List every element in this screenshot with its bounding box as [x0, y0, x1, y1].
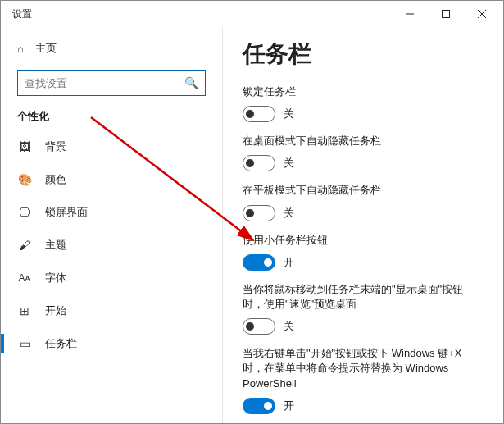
setting-label: 在平板模式下自动隐藏任务栏 — [243, 183, 484, 198]
start-icon: ⊞ — [17, 304, 32, 317]
sidebar-item-background[interactable]: 🖼 背景 — [1, 130, 222, 163]
toggle-state: 开 — [284, 255, 294, 270]
search-icon: 🔍 — [184, 76, 198, 89]
theme-icon: 🖌 — [17, 239, 32, 252]
setting-small-taskbar-buttons: 使用小任务栏按钮 开 — [243, 233, 484, 271]
toggle-lock-taskbar[interactable] — [243, 106, 275, 122]
minimize-button[interactable] — [392, 2, 428, 25]
setting-label: 当我右键单击"开始"按钮或按下 Windows 键+X 时，在菜单中将命令提示符… — [243, 346, 484, 391]
picture-icon: 🖼 — [17, 140, 32, 153]
search-input[interactable] — [25, 77, 184, 89]
toggle-state: 关 — [284, 156, 294, 171]
setting-label: 锁定任务栏 — [243, 84, 484, 99]
setting-label: 使用小任务栏按钮 — [243, 233, 484, 248]
section-label: 个性化 — [1, 106, 222, 130]
sidebar-item-label: 开始 — [45, 303, 66, 318]
setting-lock-taskbar: 锁定任务栏 关 — [243, 84, 484, 122]
home-nav[interactable]: ⌂ 主页 — [1, 34, 222, 63]
toggle-autohide-desktop[interactable] — [243, 155, 275, 171]
home-icon: ⌂ — [17, 43, 24, 55]
toggle-state: 关 — [284, 206, 294, 221]
sidebar-item-label: 锁屏界面 — [45, 205, 88, 220]
sidebar-item-colors[interactable]: 🎨 颜色 — [1, 163, 222, 196]
sidebar-item-themes[interactable]: 🖌 主题 — [1, 229, 222, 262]
sidebar-item-label: 主题 — [45, 238, 66, 253]
setting-label: 在桌面模式下自动隐藏任务栏 — [243, 134, 484, 148]
sidebar-item-lockscreen[interactable]: 🖵 锁屏界面 — [1, 196, 222, 229]
setting-label: 当你将鼠标移动到任务栏末端的"显示桌面"按钮时，使用"速览"预览桌面 — [243, 282, 484, 312]
sidebar-item-label: 任务栏 — [45, 336, 77, 351]
window-controls — [392, 2, 500, 25]
window-title: 设置 — [12, 7, 32, 21]
sidebar-item-label: 颜色 — [45, 172, 66, 187]
sidebar: ⌂ 主页 🔍 个性化 🖼 背景 🎨 颜色 — [1, 27, 222, 423]
toggle-powershell-replace[interactable] — [243, 398, 275, 414]
sidebar-item-taskbar[interactable]: ▭ 任务栏 — [1, 327, 222, 360]
setting-autohide-tablet: 在平板模式下自动隐藏任务栏 关 — [243, 183, 484, 221]
toggle-autohide-tablet[interactable] — [243, 205, 275, 221]
toggle-state: 关 — [284, 107, 294, 121]
lockscreen-icon: 🖵 — [17, 206, 32, 219]
palette-icon: 🎨 — [17, 173, 32, 186]
svg-rect-1 — [443, 11, 450, 18]
maximize-button[interactable] — [428, 2, 464, 25]
setting-peek-desktop: 当你将鼠标移动到任务栏末端的"显示桌面"按钮时，使用"速览"预览桌面 关 — [243, 282, 484, 335]
main-panel: 任务栏 锁定任务栏 关 在桌面模式下自动隐藏任务栏 关 — [222, 27, 503, 423]
page-title: 任务栏 — [243, 39, 484, 70]
sidebar-item-label: 字体 — [45, 271, 66, 285]
search-box[interactable]: 🔍 — [17, 70, 206, 96]
toggle-state: 开 — [284, 399, 294, 413]
sidebar-item-fonts[interactable]: Aᴀ 字体 — [1, 262, 222, 294]
settings-window: 设置 ⌂ 主页 🔍 个性化 🖼 背景 — [0, 0, 504, 424]
home-label: 主页 — [35, 41, 57, 56]
toggle-small-taskbar-buttons[interactable] — [243, 254, 275, 271]
font-icon: Aᴀ — [17, 272, 32, 284]
setting-autohide-desktop: 在桌面模式下自动隐藏任务栏 关 — [243, 134, 484, 171]
taskbar-icon: ▭ — [17, 337, 32, 350]
titlebar: 设置 — [1, 1, 503, 27]
toggle-state: 关 — [284, 319, 294, 334]
toggle-peek-desktop[interactable] — [243, 318, 275, 335]
sidebar-item-label: 背景 — [45, 139, 66, 154]
sidebar-item-start[interactable]: ⊞ 开始 — [1, 294, 222, 327]
close-button[interactable] — [464, 2, 500, 25]
setting-powershell-replace: 当我右键单击"开始"按钮或按下 Windows 键+X 时，在菜单中将命令提示符… — [243, 346, 484, 414]
